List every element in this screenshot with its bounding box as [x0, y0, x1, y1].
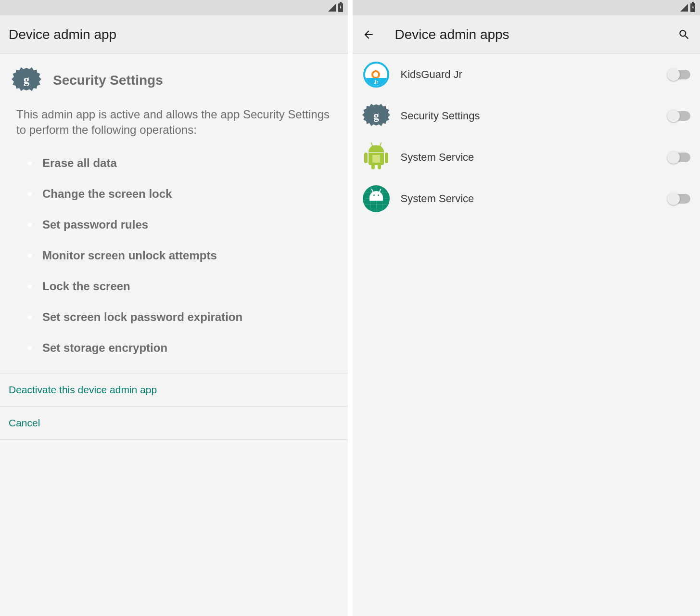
operations-list: Erase all data Change the screen lock Se… — [0, 148, 348, 373]
signal-icon — [680, 4, 688, 12]
operation-label: Monitor screen unlock attempts — [42, 249, 217, 262]
page-title: Device admin app — [9, 27, 116, 42]
admin-app-row-system-service-2[interactable]: System Service — [353, 178, 700, 219]
app-header: g Security Settings — [0, 54, 348, 102]
status-bar — [353, 0, 700, 15]
app-bar: Device admin apps — [353, 15, 700, 54]
kidsguard-icon: Jr — [362, 61, 390, 89]
app-name: Security Settings — [53, 73, 163, 88]
bullet-icon — [28, 223, 32, 227]
svg-text:g: g — [373, 109, 379, 122]
operation-label: Lock the screen — [42, 280, 130, 293]
battery-icon — [338, 3, 343, 12]
content-area: g Security Settings This admin app is ac… — [0, 54, 348, 616]
bullet-icon — [28, 346, 32, 350]
admin-app-row-system-service-1[interactable]: System Service — [353, 137, 700, 178]
page-title: Device admin apps — [395, 27, 509, 42]
status-bar — [0, 0, 348, 15]
toggle-switch[interactable] — [668, 70, 690, 79]
operation-label: Set password rules — [42, 218, 148, 231]
admin-apps-list: Jr KidsGuard Jr g Security Settings — [353, 54, 700, 219]
svg-text:g: g — [24, 73, 30, 86]
operation-item: Monitor screen unlock attempts — [0, 240, 348, 271]
operation-label: Erase all data — [42, 156, 117, 170]
admin-app-row-security-settings[interactable]: g Security Settings — [353, 95, 700, 137]
search-button[interactable] — [677, 27, 691, 42]
operation-label: Set screen lock password expiration — [42, 310, 242, 324]
admin-app-row-kidsguard[interactable]: Jr KidsGuard Jr — [353, 54, 700, 95]
operation-label: Set storage encryption — [42, 341, 167, 355]
admin-app-label: System Service — [401, 151, 669, 164]
gear-icon: g — [362, 102, 390, 130]
operation-item: Erase all data — [0, 148, 348, 179]
bullet-icon — [28, 254, 32, 257]
operation-item: Set screen lock password expiration — [0, 302, 348, 333]
admin-description: This admin app is active and allows the … — [0, 102, 348, 148]
operation-label: Change the screen lock — [42, 187, 172, 201]
signal-icon — [328, 4, 336, 12]
operation-item: Set storage encryption — [0, 333, 348, 363]
bullet-icon — [28, 284, 32, 288]
bullet-icon — [28, 315, 32, 319]
toggle-switch[interactable] — [668, 153, 690, 162]
operation-item: Lock the screen — [0, 271, 348, 302]
admin-app-label: Security Settings — [401, 110, 669, 122]
operation-item: Set password rules — [0, 209, 348, 240]
gear-icon: g — [12, 65, 41, 95]
android-circle-icon — [362, 185, 390, 213]
back-button[interactable] — [361, 27, 376, 42]
toggle-switch[interactable] — [668, 111, 690, 121]
screen-device-admin-detail: Device admin app g Security Settings Thi… — [0, 0, 348, 616]
screen-device-admin-list: Device admin apps Jr KidsGuard Jr — [353, 0, 700, 616]
operation-item: Change the screen lock — [0, 179, 348, 209]
battery-icon — [690, 3, 695, 12]
admin-app-label: KidsGuard Jr — [401, 68, 669, 81]
deactivate-button[interactable]: Deactivate this device admin app — [0, 373, 348, 406]
app-bar: Device admin app — [0, 15, 348, 54]
bullet-icon — [28, 161, 32, 165]
android-bot-icon — [362, 143, 390, 171]
content-area: Jr KidsGuard Jr g Security Settings — [353, 54, 700, 616]
admin-app-label: System Service — [401, 192, 669, 205]
bullet-icon — [28, 192, 32, 196]
cancel-button[interactable]: Cancel — [0, 406, 348, 440]
toggle-switch[interactable] — [668, 194, 690, 204]
